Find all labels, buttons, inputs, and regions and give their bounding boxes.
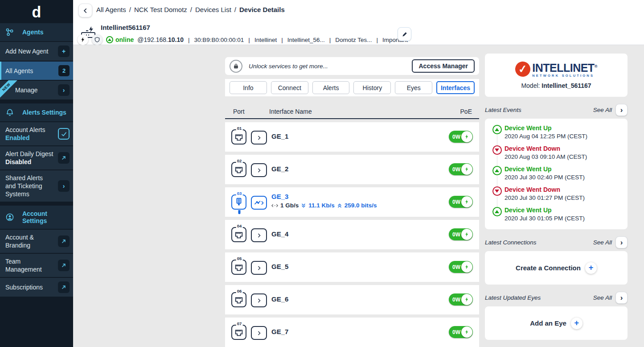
device-tag[interactable]: Intellinet bbox=[254, 37, 277, 43]
power-bolt-icon[interactable] bbox=[78, 34, 88, 45]
expand-interface-button[interactable] bbox=[251, 131, 267, 145]
ethernet-plug-connected-icon: 03 bbox=[231, 194, 247, 211]
sidebar-item-account-branding[interactable]: Account & Branding bbox=[0, 229, 73, 253]
upload-icon bbox=[337, 203, 342, 208]
see-all-events-link[interactable]: See All bbox=[593, 107, 612, 113]
interfaces-table-header: Port Interface Name PoE bbox=[225, 108, 479, 119]
domotz-logo-glyph: d bbox=[32, 3, 41, 21]
checkbox-icon[interactable] bbox=[58, 128, 70, 140]
poe-toggle[interactable]: 0W bbox=[449, 293, 473, 306]
external-link-icon[interactable] bbox=[58, 281, 70, 293]
latest-eyes-header: Latest Updated Eyes See All › bbox=[485, 291, 628, 304]
view-traffic-chart-button[interactable] bbox=[251, 196, 267, 210]
sidebar-item-team-management[interactable]: Team Management bbox=[0, 253, 73, 277]
plus-icon[interactable]: + bbox=[585, 262, 597, 274]
tab-info[interactable]: Info bbox=[230, 81, 267, 94]
interface-row-active: 03 GE_3 1 Gb/s 11.1 Kb/s 259.0 bits/s 0W bbox=[225, 187, 479, 217]
sidebar-item-shared-alerts[interactable]: Shared Alerts and Ticketing Systems › bbox=[0, 169, 73, 202]
poe-toggle[interactable]: 0W bbox=[449, 326, 473, 338]
create-connection-card[interactable]: Create a Connection + bbox=[485, 251, 628, 285]
see-all-connections-link[interactable]: See All bbox=[593, 239, 612, 246]
device-tag[interactable]: Domotz Tes... bbox=[335, 37, 372, 43]
shield-icon[interactable] bbox=[92, 34, 103, 45]
sidebar-item-subscriptions[interactable]: Subscriptions bbox=[0, 277, 73, 297]
tab-eyes[interactable]: Eyes bbox=[395, 81, 432, 94]
interface-row: 01 GE_1 0W bbox=[225, 122, 479, 152]
event-item[interactable]: Device Went Down2020 Aug 03 09:10 AM (CE… bbox=[489, 145, 621, 161]
chevron-right-icon[interactable]: › bbox=[58, 180, 70, 192]
cable-icon bbox=[238, 210, 241, 214]
edit-device-button[interactable] bbox=[398, 27, 411, 41]
poe-bolt-icon bbox=[461, 229, 472, 240]
external-link-icon[interactable] bbox=[58, 235, 70, 247]
expand-interface-button[interactable] bbox=[251, 261, 267, 275]
expand-interface-button[interactable] bbox=[251, 293, 267, 307]
back-button[interactable] bbox=[78, 4, 92, 17]
see-all-connections-button[interactable]: › bbox=[615, 236, 628, 248]
expand-interface-button[interactable] bbox=[251, 228, 267, 242]
interface-throughput: 1 Gb/s 11.1 Kb/s 259.0 bits/s bbox=[271, 202, 377, 209]
interface-row: 04 GE_4 0W bbox=[225, 220, 479, 249]
intellinet-logo: ✓ INTELLINET® NETWORK SOLUTIONS bbox=[515, 61, 597, 78]
sidebar-header-account-settings: Account Settings bbox=[0, 206, 73, 229]
external-link-icon[interactable] bbox=[58, 152, 70, 164]
interface-name: GE_2 bbox=[271, 165, 288, 173]
see-all-events-button[interactable]: › bbox=[615, 104, 628, 116]
event-item[interactable]: Device Went Up2020 Jul 30 02:40 PM (CEST… bbox=[489, 165, 621, 182]
event-item[interactable]: Device Went Up2020 Aug 04 12:25 PM (CEST… bbox=[489, 124, 621, 140]
app-root: d Agents Add New Agent + All Agents 2 NE… bbox=[0, 0, 644, 347]
breadcrumb-item[interactable]: All Agents bbox=[96, 6, 126, 13]
event-item[interactable]: Device Went Down2020 Jul 30 01:27 PM (CE… bbox=[489, 186, 621, 202]
account-alerts-status: Enabled bbox=[5, 134, 45, 142]
add-eye-card[interactable]: Add an Eye + bbox=[485, 306, 628, 340]
intellinet-check-icon: ✓ bbox=[515, 61, 531, 78]
interface-name: GE_6 bbox=[271, 295, 288, 303]
breadcrumb-item[interactable]: NCK Test Domotz bbox=[134, 6, 187, 13]
sidebar-item-all-agents[interactable]: All Agents 2 bbox=[0, 61, 73, 80]
plus-icon[interactable]: + bbox=[58, 45, 70, 57]
device-tag[interactable]: Intellinet_56... bbox=[287, 37, 325, 43]
poe-toggle[interactable]: 0W bbox=[449, 131, 473, 143]
device-model: Model: Intellinet_561167 bbox=[521, 82, 591, 89]
sidebar-item-add-new-agent[interactable]: Add New Agent + bbox=[0, 41, 73, 61]
download-icon bbox=[301, 203, 306, 208]
poe-toggle[interactable]: 0W bbox=[449, 163, 473, 175]
interface-name[interactable]: GE_3 bbox=[271, 193, 288, 200]
sidebar-group-agents: Agents Add New Agent + All Agents 2 NEW … bbox=[0, 23, 73, 99]
see-all-eyes-link[interactable]: See All bbox=[593, 294, 612, 301]
sidebar-item-alert-daily-digest[interactable]: Alert Daily Digest Disabled bbox=[0, 145, 73, 169]
chart-icon bbox=[254, 199, 264, 207]
breadcrumb-item[interactable]: Devices List bbox=[195, 6, 231, 13]
expand-interface-button[interactable] bbox=[251, 326, 267, 340]
sidebar-item-account-alerts[interactable]: Account Alerts Enabled bbox=[0, 121, 73, 145]
sidebar: d Agents Add New Agent + All Agents 2 NE… bbox=[0, 0, 73, 347]
poe-toggle[interactable]: 0W bbox=[449, 261, 473, 273]
see-all-eyes-button[interactable]: › bbox=[615, 292, 628, 304]
poe-toggle[interactable]: 0W bbox=[449, 228, 473, 240]
device-down-icon bbox=[492, 145, 502, 155]
tab-connect[interactable]: Connect bbox=[271, 81, 308, 94]
poe-toggle[interactable]: 0W bbox=[449, 196, 473, 208]
external-link-icon[interactable] bbox=[58, 260, 70, 271]
tab-interfaces[interactable]: Interfaces bbox=[436, 81, 475, 94]
link-speed-icon bbox=[271, 203, 278, 208]
content-area: Unlock services to get more... Access Ma… bbox=[73, 45, 644, 347]
event-item[interactable]: Device Went Up2020 Jul 30 01:05 PM (CEST… bbox=[489, 206, 621, 223]
ethernet-port-icon: 04 bbox=[231, 227, 247, 243]
breadcrumb: All Agents/NCK Test Domotz/Devices List/… bbox=[96, 6, 285, 13]
tab-history[interactable]: History bbox=[353, 81, 391, 94]
plus-icon[interactable]: + bbox=[571, 318, 582, 329]
status-badge: online bbox=[106, 36, 134, 43]
section-title: Latest Updated Eyes bbox=[485, 294, 541, 301]
access-manager-button[interactable]: Access Manager bbox=[412, 59, 475, 73]
tab-alerts[interactable]: Alerts bbox=[312, 81, 350, 94]
expand-interface-button[interactable] bbox=[251, 163, 267, 177]
sidebar-item-manage[interactable]: NEW Manage › bbox=[0, 80, 73, 99]
sidebar-header-label: Agents bbox=[22, 29, 43, 36]
pencil-icon bbox=[402, 31, 408, 37]
poe-bolt-icon bbox=[461, 326, 472, 338]
chevron-right-icon[interactable]: › bbox=[58, 84, 70, 96]
interface-row: 06 GE_6 0W bbox=[225, 285, 479, 314]
bell-icon bbox=[5, 108, 14, 117]
interface-name: GE_5 bbox=[271, 263, 288, 270]
